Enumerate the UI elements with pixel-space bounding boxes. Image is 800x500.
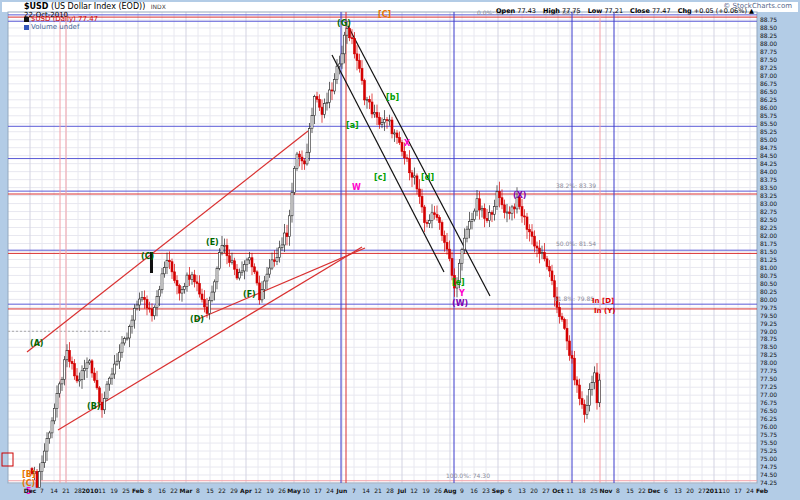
open-value: 77.43 [517, 7, 536, 15]
svg-text:2010: 2010 [82, 487, 99, 494]
svg-text:77.50: 77.50 [760, 375, 777, 382]
svg-text:86.75: 86.75 [760, 80, 777, 87]
svg-text:77.75: 77.75 [760, 367, 777, 374]
exchange-label: INDX [151, 3, 166, 10]
svg-text:13: 13 [518, 487, 526, 494]
up-arrow-icon: ▲ [749, 7, 754, 15]
svg-text:87.00: 87.00 [760, 72, 777, 79]
svg-text:84.25: 84.25 [760, 160, 777, 167]
svg-text:84.75: 84.75 [760, 144, 777, 151]
svg-text:75.00: 75.00 [760, 455, 777, 462]
svg-text:Dec: Dec [648, 487, 661, 494]
svg-text:Jun: Jun [336, 487, 348, 495]
svg-text:21: 21 [374, 487, 382, 494]
svg-text:61.8%: 79.85: 61.8%: 79.85 [554, 295, 594, 302]
svg-text:50.0%: 81.54: 50.0%: 81.54 [556, 240, 596, 247]
svg-text:15: 15 [626, 487, 634, 494]
svg-text:79.75: 79.75 [760, 304, 777, 311]
svg-text:Dec: Dec [24, 487, 37, 494]
svg-text:20: 20 [530, 487, 538, 494]
chart-canvas[interactable]: 0.0%: 88.710.0%: 88.7138.2%: 83.3950.0%:… [0, 0, 800, 500]
svg-text:[e]: [e] [452, 278, 465, 287]
svg-text:22: 22 [638, 487, 646, 494]
svg-text:14: 14 [362, 487, 370, 494]
svg-text:75.50: 75.50 [760, 439, 777, 446]
svg-text:Aug: Aug [443, 487, 456, 495]
svg-text:26: 26 [434, 487, 442, 494]
svg-text:Apr: Apr [240, 487, 252, 495]
svg-text:10: 10 [722, 487, 730, 494]
x-axis-labels: Dec71421282010111925Feb81622Mar8152229Ap… [24, 487, 769, 495]
chart-page: 0.0%: 88.710.0%: 88.7138.2%: 83.3950.0%:… [0, 0, 800, 500]
svg-text:Feb: Feb [132, 487, 145, 494]
svg-text:11: 11 [98, 487, 106, 494]
svg-text:86.25: 86.25 [760, 96, 777, 103]
high-value: 77.75 [562, 7, 581, 15]
svg-text:82.00: 82.00 [760, 232, 777, 239]
svg-text:80.50: 80.50 [760, 280, 777, 287]
svg-text:79.25: 79.25 [760, 320, 777, 327]
y-axis-labels: 88.7588.5088.2588.0087.7587.5087.2587.00… [760, 16, 777, 486]
low-value: 77.21 [604, 7, 623, 15]
svg-text:20: 20 [686, 487, 694, 494]
svg-text:78.50: 78.50 [760, 343, 777, 350]
svg-text:14: 14 [50, 487, 58, 494]
fib-labels: 0.0%: 88.710.0%: 88.7138.2%: 83.3950.0%:… [446, 9, 596, 479]
svg-text:(B): (B) [87, 402, 100, 411]
svg-text:77.00: 77.00 [760, 391, 777, 398]
svg-text:86.50: 86.50 [760, 88, 777, 95]
svg-text:Sep: Sep [492, 487, 505, 495]
svg-text:16: 16 [470, 487, 478, 494]
svg-text:(E): (E) [206, 238, 219, 247]
svg-text:26: 26 [278, 487, 286, 494]
series-legend: $USD (Daily) 77.47 [24, 15, 98, 23]
svg-text:38.2%: 83.39: 38.2%: 83.39 [556, 182, 596, 189]
svg-text:19: 19 [422, 487, 430, 494]
svg-text:X: X [404, 139, 411, 148]
svg-text:85.50: 85.50 [760, 120, 777, 127]
svg-text:100.0%: 74.30: 100.0%: 74.30 [446, 472, 490, 479]
svg-text:W: W [352, 183, 361, 192]
svg-text:84.00: 84.00 [760, 168, 777, 175]
plot-border [8, 12, 757, 483]
candles [31, 21, 601, 487]
svg-text:29: 29 [230, 487, 238, 494]
svg-text:15: 15 [206, 487, 214, 494]
svg-text:11: 11 [566, 487, 574, 494]
svg-text:74.50: 74.50 [760, 471, 777, 478]
svg-text:2011: 2011 [706, 487, 723, 494]
svg-text:22: 22 [170, 487, 178, 494]
svg-text:[d]: [d] [421, 173, 434, 182]
svg-text:(C): (C) [141, 252, 154, 261]
volume-legend: Volume undef [24, 23, 79, 31]
svg-text:[B]: [B] [22, 470, 35, 479]
svg-text:24: 24 [326, 487, 334, 494]
svg-text:[c]: [c] [374, 173, 386, 182]
svg-text:85.25: 85.25 [760, 128, 777, 135]
svg-text:87.25: 87.25 [760, 64, 777, 71]
svg-text:82.50: 82.50 [760, 216, 777, 223]
svg-text:27: 27 [542, 487, 550, 494]
svg-text:8: 8 [148, 487, 152, 494]
volume-icon [24, 25, 29, 30]
svg-text:6: 6 [508, 487, 512, 494]
svg-text:80.00: 80.00 [760, 296, 777, 303]
chg-label: Chg [678, 7, 692, 15]
svg-text:12: 12 [254, 487, 262, 494]
svg-text:88.75: 88.75 [760, 16, 777, 23]
svg-text:23: 23 [482, 487, 490, 494]
svg-text:77.25: 77.25 [760, 383, 777, 390]
svg-text:79.50: 79.50 [760, 312, 777, 319]
svg-text:(F): (F) [243, 290, 256, 299]
svg-text:80.75: 80.75 [760, 272, 777, 279]
open-label: Open [496, 7, 515, 15]
volume-legend-label: Volume undef [31, 23, 79, 31]
svg-text:82.75: 82.75 [760, 208, 777, 215]
svg-text:6: 6 [664, 487, 668, 494]
svg-text:76.25: 76.25 [760, 415, 777, 422]
svg-text:82.25: 82.25 [760, 224, 777, 231]
svg-text:81.50: 81.50 [760, 248, 777, 255]
svg-text:17: 17 [734, 487, 742, 494]
page-title: $USD (US Dollar Index (EOD)) INDX [24, 2, 166, 11]
svg-text:81.00: 81.00 [760, 264, 777, 271]
